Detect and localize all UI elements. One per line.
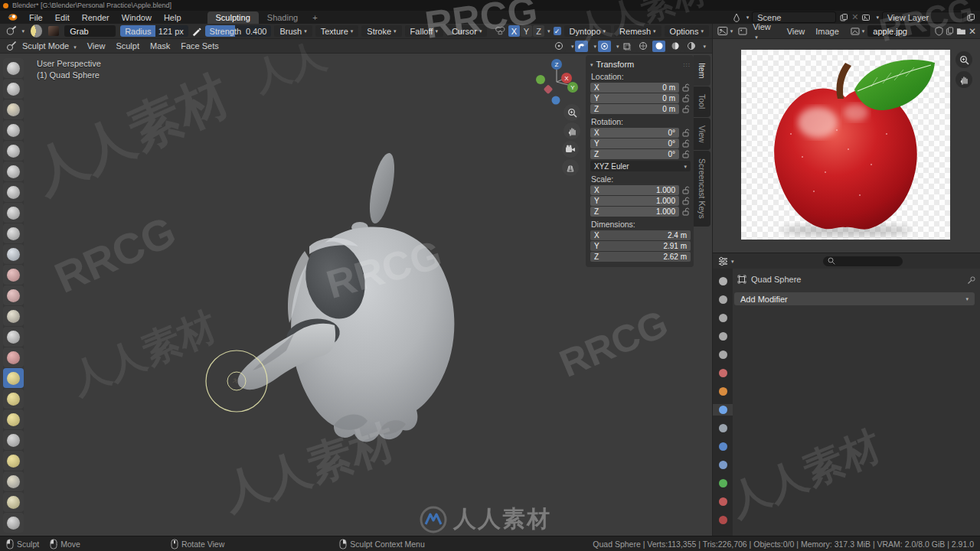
sculpt-brush-button[interactable] xyxy=(3,327,24,347)
properties-tab[interactable] xyxy=(713,331,733,342)
location-z-field[interactable]: Z0 m xyxy=(590,104,679,114)
proportional-chevron[interactable]: ▾ xyxy=(616,44,619,49)
duplicate-image-icon[interactable] xyxy=(946,26,954,36)
rotation-z-field[interactable]: Z0° xyxy=(590,149,679,159)
rotation-y-field[interactable]: Y0° xyxy=(590,139,679,148)
properties-tab[interactable] xyxy=(713,349,733,360)
pressure-radius-icon[interactable] xyxy=(191,25,202,37)
tool-dropdown-chevron[interactable]: ▾ xyxy=(21,28,24,34)
perspective-toggle-button[interactable] xyxy=(562,159,579,176)
n-panel-tab[interactable]: View xyxy=(694,118,710,151)
location-y-field[interactable]: Y0 m xyxy=(590,93,679,103)
properties-tab[interactable] xyxy=(713,496,733,507)
sculpt-brush-button[interactable] xyxy=(3,285,24,305)
dimensions-y-field[interactable]: Y2.91 m xyxy=(590,241,691,251)
lock-icon[interactable] xyxy=(681,105,691,113)
sculpt-brush-button[interactable] xyxy=(3,161,24,181)
copy-scene-icon[interactable] xyxy=(839,13,848,22)
sculpt-brush-button[interactable] xyxy=(3,389,24,409)
image-editor-canvas-area[interactable] xyxy=(712,39,980,253)
snap-chevron[interactable]: ▾ xyxy=(593,44,596,49)
sculpt-brush-button[interactable] xyxy=(3,99,24,119)
properties-editor-icon[interactable] xyxy=(717,256,729,266)
pivot-point-icon[interactable] xyxy=(553,41,566,52)
scene-dropdown-chevron[interactable]: ▾ xyxy=(746,15,750,20)
viewport-menu-item[interactable]: View xyxy=(82,41,111,51)
image-name-field[interactable]: apple.jpg xyxy=(867,25,930,37)
breadcrumb-object-name[interactable]: Quad Sphere xyxy=(751,275,801,284)
pan-view-button[interactable] xyxy=(564,122,580,139)
sculpt-brush-button[interactable] xyxy=(3,306,24,326)
workspace-tab[interactable]: Shading xyxy=(259,11,306,24)
viewport-menu-item[interactable]: Mask xyxy=(145,41,175,51)
menu-item[interactable]: Edit xyxy=(49,12,76,23)
workspace-tab[interactable]: Sculpting xyxy=(207,11,259,24)
shading-wireframe-icon[interactable] xyxy=(636,41,649,52)
scale-y-field[interactable]: Y1.000 xyxy=(590,196,679,206)
viewport-menu-item[interactable]: Sculpt xyxy=(110,41,145,51)
image-pan-button[interactable] xyxy=(956,71,972,88)
navigation-gizmo[interactable]: Z X Y xyxy=(531,57,585,110)
properties-tab[interactable] xyxy=(713,514,733,526)
properties-tab[interactable] xyxy=(713,478,733,489)
sculpt-brush-button[interactable] xyxy=(3,451,24,471)
mode-dropdown[interactable]: Sculpt Mode ▾ xyxy=(17,41,82,51)
properties-tab[interactable] xyxy=(713,404,733,416)
sculpt-brush-button[interactable] xyxy=(3,79,24,99)
scale-x-field[interactable]: X1.000 xyxy=(590,185,679,195)
rotation-x-field[interactable]: X0° xyxy=(590,128,679,138)
editor-type-icon[interactable] xyxy=(717,26,728,36)
menu-item[interactable]: File xyxy=(23,12,49,23)
view-layer-icon[interactable] xyxy=(861,13,871,22)
sculpt-brush-button[interactable] xyxy=(3,141,24,161)
sculpt-brush-button[interactable] xyxy=(3,492,24,512)
properties-editor-chevron[interactable]: ▾ xyxy=(731,259,734,264)
pin-icon[interactable] xyxy=(967,276,976,285)
fake-user-shield-icon[interactable] xyxy=(935,26,943,36)
lock-icon[interactable] xyxy=(681,94,691,103)
viewport-3d[interactable]: User Perspective (1) Quad Sphere xyxy=(0,54,712,536)
snap-magnet-icon[interactable] xyxy=(575,41,588,52)
menu-item[interactable]: Window xyxy=(116,12,158,23)
mirror-axis-button[interactable]: Y xyxy=(521,25,532,37)
dyntopo-checkbox[interactable]: ✓ xyxy=(554,27,561,35)
brush-texture-thumb[interactable] xyxy=(48,26,59,36)
proportional-edit-icon[interactable] xyxy=(598,41,611,52)
dyntopo-dropdown[interactable]: Dyntopo▾ xyxy=(564,25,612,37)
sculpt-mode-icon[interactable] xyxy=(5,41,17,51)
n-panel-tab[interactable]: Tool xyxy=(694,86,710,116)
option-dropdown[interactable]: Stroke▾ xyxy=(361,25,401,37)
gizmo-neg-z[interactable] xyxy=(552,96,560,105)
camera-view-button[interactable] xyxy=(562,141,579,158)
lock-icon[interactable] xyxy=(681,207,691,216)
image-mode-icon[interactable] xyxy=(738,27,747,36)
properties-tab[interactable] xyxy=(713,294,733,305)
show-gizmo-icon[interactable] xyxy=(620,41,633,52)
scale-z-field[interactable]: Z1.000 xyxy=(590,207,679,217)
image-editor-menu-item[interactable]: Image xyxy=(810,27,844,36)
sculpt-brush-button[interactable] xyxy=(3,120,24,140)
dimensions-z-field[interactable]: Z2.62 m xyxy=(590,252,691,262)
panel-title[interactable]: Transform xyxy=(596,60,635,69)
sculpt-brush-button[interactable] xyxy=(3,182,24,202)
rotation-mode-dropdown[interactable]: XYZ Euler▾ xyxy=(590,161,691,171)
sculpt-brush-button[interactable] xyxy=(3,513,24,533)
properties-tab[interactable] xyxy=(713,276,733,287)
strength-slider[interactable]: Strength 0.400 xyxy=(205,25,272,37)
sculpt-brush-button[interactable] xyxy=(3,409,24,429)
radius-slider[interactable]: Radius 121 px xyxy=(120,25,188,37)
shading-rendered-icon[interactable] xyxy=(684,41,697,52)
option-dropdown[interactable]: Cursor▾ xyxy=(446,25,488,37)
lock-icon[interactable] xyxy=(681,197,691,205)
lock-icon[interactable] xyxy=(681,129,691,137)
option-dropdown[interactable]: Brush▾ xyxy=(274,25,312,37)
properties-tab[interactable] xyxy=(713,422,733,434)
location-x-field[interactable]: X0 m xyxy=(590,83,679,93)
dimensions-x-field[interactable]: X2.4 m xyxy=(590,230,691,240)
shading-material-icon[interactable] xyxy=(668,41,681,52)
option-dropdown[interactable]: Texture▾ xyxy=(315,25,359,37)
remesh-dropdown[interactable]: Remesh▾ xyxy=(614,25,661,37)
sculpt-brush-button[interactable] xyxy=(3,58,24,78)
lock-icon[interactable] xyxy=(681,186,691,194)
n-panel-tab[interactable]: Item xyxy=(694,55,710,86)
